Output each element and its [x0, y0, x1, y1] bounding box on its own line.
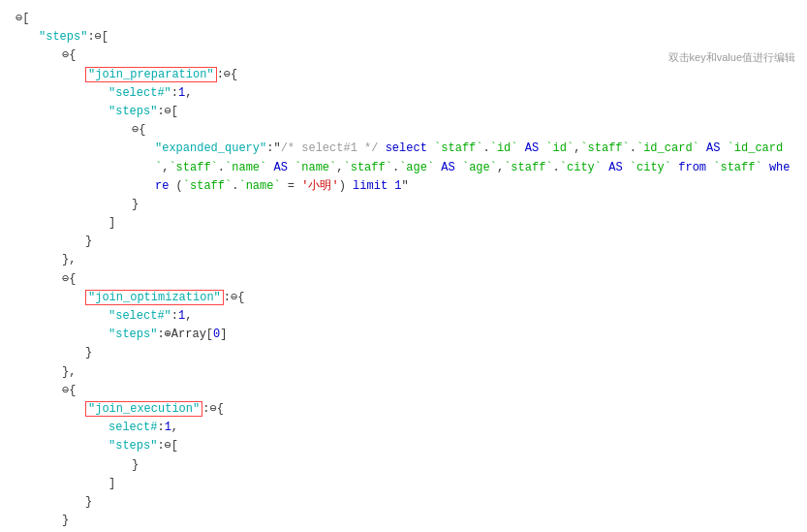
line-inner-close: }	[16, 196, 791, 214]
join-execution-boxed: "join_execution"	[85, 401, 202, 417]
line-je-close: }	[16, 493, 791, 512]
line-expanded-query: "expanded_query":"/* select#1 */ select …	[16, 140, 791, 196]
join-optimization-boxed: "join_optimization"	[85, 290, 224, 305]
line-arr2-close: },	[16, 363, 791, 382]
line-arr3-close: }	[16, 512, 791, 530]
line-select1: "select#":1,	[16, 84, 791, 103]
join-preparation-boxed: "join_preparation"	[85, 67, 217, 82]
line-select3: select#:1,	[16, 419, 791, 437]
editor-area: ⊖[ "steps":⊖[ ⊖{ "join_preparation":⊖{ "…	[0, 0, 807, 532]
line-join-execution-key: "join_execution":⊖{	[16, 400, 791, 419]
line-root-open: ⊖[	[16, 10, 791, 28]
line-arr2-open: ⊖{	[16, 270, 791, 289]
line-steps3: "steps":⊕Array[0]	[16, 326, 791, 344]
line-jo-close: }	[16, 344, 791, 362]
line-join-preparation-key: "join_preparation":⊖{	[16, 66, 791, 84]
line-steps-key: "steps":⊖[	[16, 28, 791, 47]
line-steps4-inner: }	[16, 456, 791, 475]
line-select2: "select#":1,	[16, 307, 791, 326]
line-arr1-close: },	[16, 251, 791, 269]
line-steps4-close: ]	[16, 475, 791, 493]
line-steps4-key: "steps":⊖[	[16, 437, 791, 455]
line-steps2-key: "steps":⊖[	[16, 103, 791, 121]
line-jp-close: }	[16, 233, 791, 251]
line-steps2-arr-open: ⊖{	[16, 121, 791, 140]
hint-text: 双击key和value值进行编辑	[668, 50, 795, 65]
line-steps2-close: ]	[16, 214, 791, 233]
line-arr3-open: ⊖{	[16, 382, 791, 400]
line-join-optimization-key: "join_optimization":⊖{	[16, 289, 791, 307]
